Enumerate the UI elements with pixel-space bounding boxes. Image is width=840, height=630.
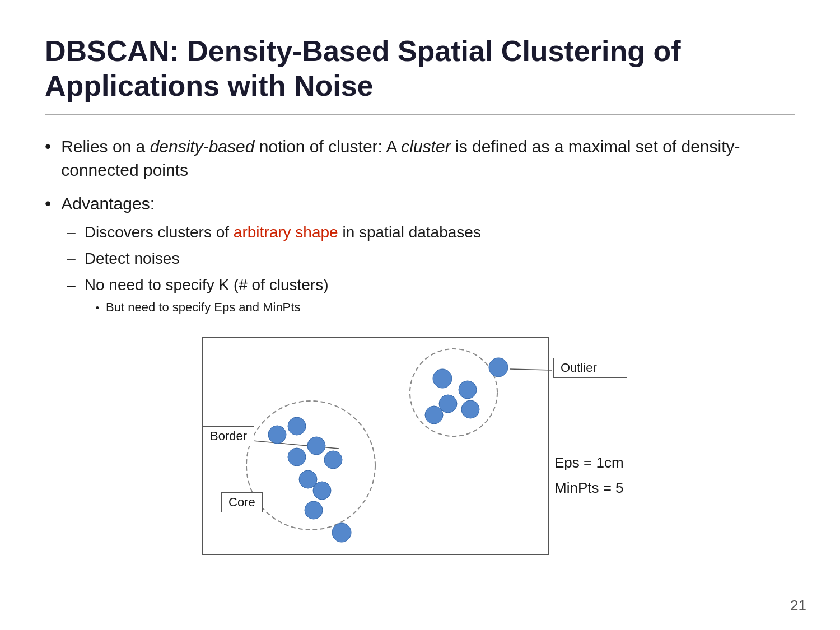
- sub-item-3: – No need to specify K (# of clusters) •…: [67, 274, 481, 319]
- slide: DBSCAN: Density-Based Spatial Clustering…: [0, 0, 840, 630]
- dot-2: [307, 437, 325, 455]
- cluster-circle-right: [410, 349, 497, 436]
- dot-6: [288, 417, 306, 435]
- dot-outlier: [489, 358, 508, 377]
- bullet-dot-2: •: [45, 193, 51, 214]
- dot-r2: [459, 381, 477, 399]
- dot-r1: [433, 369, 452, 388]
- dot-r5: [425, 406, 443, 424]
- bullet-dot-1: •: [45, 136, 51, 157]
- sub-sub-dot-1: •: [96, 301, 99, 315]
- sub-text-3: No need to specify K (# of clusters) • B…: [85, 274, 329, 319]
- sub-dash-1: –: [67, 221, 76, 243]
- dot-3: [324, 451, 342, 469]
- sub-item-2: – Detect noises: [67, 248, 481, 269]
- slide-number: 21: [790, 597, 806, 614]
- outlier-label: Outlier: [553, 358, 627, 378]
- main-bullet-list: • Relies on a density-based notion of cl…: [45, 135, 795, 323]
- eps-label: Eps = 1cm: [554, 454, 624, 472]
- bullet-item-2: • Advantages: – Discovers clusters of ar…: [45, 192, 795, 323]
- dot-r4: [461, 400, 479, 418]
- diagram-wrapper: Border Core Outlier Eps = 1cm MinPts = 5: [168, 337, 795, 561]
- sub-sub-list: • But need to specify Eps and MinPts: [96, 299, 329, 316]
- sub-sub-item-1: • But need to specify Eps and MinPts: [96, 299, 329, 316]
- dot-8: [332, 523, 351, 542]
- sub-item-1: – Discovers clusters of arbitrary shape …: [67, 221, 481, 243]
- outlier-line: [510, 369, 552, 370]
- italic-cluster: cluster: [401, 137, 450, 156]
- red-text-arbitrary-shape: arbitrary shape: [234, 223, 338, 241]
- bullet-item-1: • Relies on a density-based notion of cl…: [45, 135, 795, 182]
- dot-border: [268, 426, 286, 444]
- sub-text-2: Detect noises: [85, 248, 180, 269]
- dot-7: [305, 501, 323, 519]
- italic-density-based: density-based: [150, 137, 255, 156]
- minpts-label: MinPts = 5: [554, 479, 624, 497]
- sub-text-1: Discovers clusters of arbitrary shape in…: [85, 221, 481, 243]
- slide-title: DBSCAN: Density-Based Spatial Clustering…: [45, 34, 795, 104]
- diagram-container: Border Core Outlier Eps = 1cm MinPts = 5: [168, 337, 627, 561]
- bullet-text-1: Relies on a density-based notion of clus…: [61, 135, 795, 182]
- dot-1: [288, 448, 306, 466]
- sub-bullet-list: – Discovers clusters of arbitrary shape …: [67, 221, 481, 319]
- content-area: • Relies on a density-based notion of cl…: [45, 135, 795, 561]
- dot-5: [313, 482, 331, 500]
- bullet-advantages: Advantages: – Discovers clusters of arbi…: [61, 192, 481, 323]
- sub-dash-2: –: [67, 248, 76, 269]
- border-label: Border: [203, 426, 254, 446]
- core-label: Core: [221, 492, 263, 512]
- title-area: DBSCAN: Density-Based Spatial Clustering…: [45, 34, 795, 115]
- sub-dash-3: –: [67, 274, 76, 296]
- sub-sub-text-1: But need to specify Eps and MinPts: [106, 299, 300, 316]
